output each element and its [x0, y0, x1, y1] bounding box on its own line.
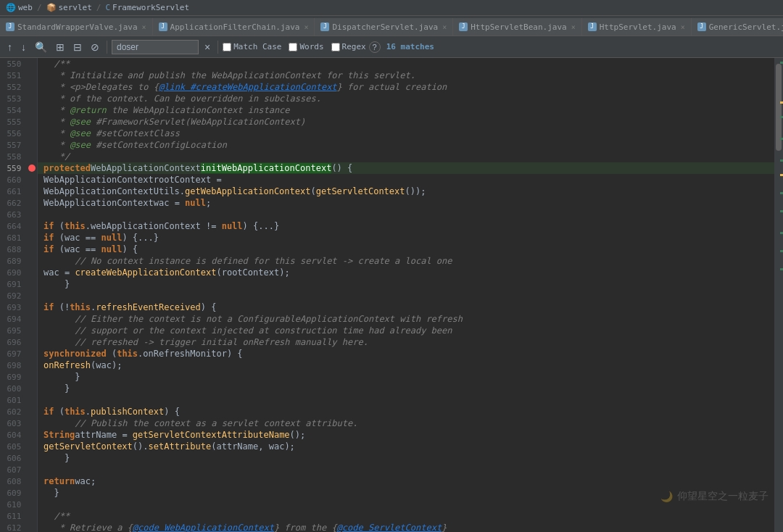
gutter-row: 611: [0, 510, 37, 522]
toolbar: ↑ ↓ 🔍 ⊞ ⊟ ⊘ × Match Case Words Regex ? 1…: [0, 36, 783, 58]
code-line[interactable]: wac = createWebApplicationContext(rootCo…: [38, 267, 774, 278]
code-line[interactable]: * Initialize and publish the WebApplicat…: [38, 70, 774, 81]
tab-close-btn[interactable]: ×: [681, 23, 685, 31]
code-line[interactable]: [38, 209, 774, 220]
code-line[interactable]: if (wac == null) {...}: [38, 232, 774, 244]
gutter-row: 688: [0, 244, 37, 255]
code-line[interactable]: return wac;: [38, 475, 774, 487]
code-line[interactable]: * @return the WebApplicationContext inst…: [38, 104, 774, 116]
code-line[interactable]: * Retrieve a {@code WebApplicationContex…: [38, 522, 774, 532]
code-line[interactable]: /**: [38, 510, 774, 522]
code-line[interactable]: onRefresh(wac);: [38, 359, 774, 371]
gutter-row: 552: [0, 81, 37, 93]
gutter-row: 606: [0, 452, 37, 464]
code-line[interactable]: * <p>Delegates to {@link #createWebAppli…: [38, 81, 774, 93]
regex-label[interactable]: Regex: [331, 42, 366, 51]
gutter-row: 690: [0, 267, 37, 278]
code-line[interactable]: * @see #setContextConfigLocation: [38, 139, 774, 151]
code-line[interactable]: }: [38, 371, 774, 383]
line-number-gutter: 5505515525535545555565575585596606616626…: [0, 58, 38, 532]
find-prev-btn[interactable]: ⊞: [53, 41, 67, 54]
tab-close-btn[interactable]: ×: [571, 23, 576, 31]
code-line[interactable]: if (!this.refreshEventReceived) {: [38, 302, 774, 313]
scrollbar-track[interactable]: [774, 58, 783, 532]
code-line[interactable]: // support or the context injected at co…: [38, 325, 774, 336]
code-line[interactable]: }: [38, 383, 774, 394]
search-input[interactable]: [112, 40, 199, 54]
code-line[interactable]: WebApplicationContext rootContext =: [38, 174, 774, 186]
match-case-label[interactable]: Match Case: [223, 42, 281, 51]
code-line[interactable]: String attrName = getServletContextAttri…: [38, 429, 774, 441]
words-label[interactable]: Words: [289, 42, 323, 51]
tab-dispatcher-servlet[interactable]: J DispatcherServlet.java ×: [315, 18, 453, 36]
tab-http-servlet-bean[interactable]: J HttpServletBean.java ×: [453, 18, 581, 36]
navigate-forward-btn[interactable]: ↓: [18, 41, 29, 54]
code-line[interactable]: /**: [38, 58, 774, 70]
tab-bar: J StandardWrapperValve.java × J Applicat…: [0, 16, 783, 36]
code-line[interactable]: [38, 499, 774, 510]
gutter-icon: [27, 244, 37, 255]
gutter-icon: [27, 406, 37, 417]
tab-close-btn[interactable]: ×: [442, 23, 447, 31]
tab-close-btn[interactable]: ×: [142, 23, 146, 31]
gutter-icon: [27, 278, 37, 290]
clear-search-btn[interactable]: ×: [202, 41, 213, 54]
breakpoint-dot[interactable]: [28, 165, 36, 172]
tab-close-btn[interactable]: ×: [304, 23, 308, 31]
gutter-row: 551: [0, 70, 37, 81]
find-btn[interactable]: 🔍: [32, 41, 50, 54]
java-file-icon: J: [159, 22, 167, 31]
code-line[interactable]: * of the context. Can be overridden in s…: [38, 93, 774, 104]
line-number: 690: [0, 268, 27, 278]
code-line[interactable]: [38, 394, 774, 406]
code-line[interactable]: if (this.webApplicationContext != null) …: [38, 220, 774, 232]
filter-btn[interactable]: ⊘: [88, 41, 102, 54]
code-line[interactable]: }: [38, 278, 774, 290]
help-btn[interactable]: ?: [369, 41, 381, 53]
code-line[interactable]: synchronized (this.onRefreshMonitor) {: [38, 348, 774, 359]
line-number: 556: [0, 129, 27, 138]
code-line[interactable]: getServletContext().setAttribute(attrNam…: [38, 441, 774, 452]
line-number: 600: [0, 384, 27, 394]
navigate-back-btn[interactable]: ↑: [4, 41, 15, 54]
code-line[interactable]: // Either the context is not a Configura…: [38, 313, 774, 325]
gutter-row: 559: [0, 162, 37, 174]
gutter-row: 696: [0, 336, 37, 348]
code-line[interactable]: * @see #FrameworkServlet(WebApplicationC…: [38, 116, 774, 128]
code-line[interactable]: if (wac == null) {: [38, 244, 774, 255]
line-number: 559: [0, 164, 27, 173]
find-next-btn[interactable]: ⊟: [70, 41, 85, 54]
code-line[interactable]: // Publish the context as a servlet cont…: [38, 417, 774, 429]
code-line[interactable]: }: [38, 487, 774, 499]
gutter-icon: [27, 174, 37, 186]
tab-http-servlet[interactable]: J HttpServlet.java ×: [582, 18, 692, 36]
regex-checkbox[interactable]: [331, 43, 340, 51]
tab-application-filter-chain[interactable]: J ApplicationFilterChain.java ×: [153, 18, 315, 36]
code-line[interactable]: protected WebApplicationContext initWebA…: [38, 162, 774, 174]
gutter-icon: [27, 220, 37, 232]
breadcrumb-servlet: 📦 servlet: [46, 3, 92, 12]
gutter-icon: [27, 81, 37, 93]
code-area[interactable]: /** * Initialize and publish the WebAppl…: [38, 58, 774, 532]
code-line[interactable]: }: [38, 452, 774, 464]
java-file-icon: J: [697, 22, 706, 31]
code-line[interactable]: [38, 290, 774, 302]
code-line[interactable]: // No context instance is defined for th…: [38, 255, 774, 267]
tab-standard-wrapper-valve[interactable]: J StandardWrapperValve.java ×: [0, 18, 153, 36]
gutter-icon: [27, 359, 37, 371]
code-line[interactable]: * @see #setContextClass: [38, 128, 774, 139]
gutter-icon: [27, 197, 37, 209]
code-line[interactable]: if (this.publishContext) {: [38, 406, 774, 417]
code-line[interactable]: [38, 464, 774, 475]
gutter-icon: [27, 93, 37, 104]
scroll-marker-yellow: [780, 174, 783, 176]
match-case-checkbox[interactable]: [223, 43, 231, 51]
code-line[interactable]: */: [38, 151, 774, 162]
words-checkbox[interactable]: [289, 43, 297, 51]
code-line[interactable]: WebApplicationContextUtils.getWebApplica…: [38, 186, 774, 197]
code-line[interactable]: // refreshed -> trigger initial onRefres…: [38, 336, 774, 348]
gutter-row: 664: [0, 220, 37, 232]
line-number: 610: [0, 500, 27, 510]
code-line[interactable]: WebApplicationContext wac = null;: [38, 197, 774, 209]
tab-generic-servlet[interactable]: J GenericServlet.java ×: [692, 18, 783, 36]
